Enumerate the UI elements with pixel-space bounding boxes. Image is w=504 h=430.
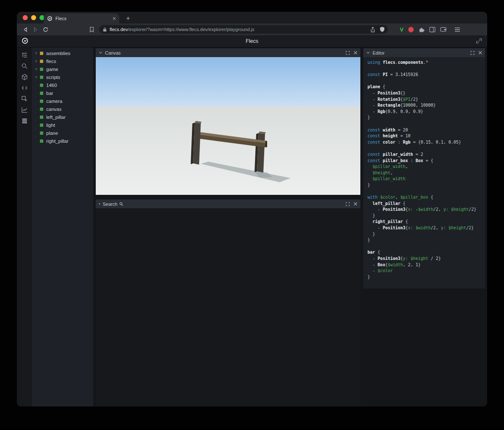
wallet-icon[interactable] — [440, 27, 446, 32]
entity-color-square — [40, 131, 43, 135]
entity-color-square — [40, 92, 43, 95]
entity-label: canvas — [46, 107, 61, 112]
bookmark-icon[interactable] — [87, 25, 97, 34]
close-icon[interactable] — [354, 202, 357, 206]
statistics-icon[interactable] — [19, 106, 29, 113]
tree-item-right_pillar[interactable]: right_pillar — [32, 137, 93, 145]
chevron-down-icon[interactable] — [366, 51, 370, 55]
browser-toolbar: flecs.dev/explorer/?wasm=https://www.fle… — [17, 24, 487, 36]
browser-tab-flecs[interactable]: Flecs — [44, 13, 119, 24]
code-line: left_pillar { — [368, 201, 485, 207]
tree-item-assemblies[interactable]: ›assemblies — [32, 49, 93, 57]
tree-item-camera[interactable]: camera — [32, 97, 93, 105]
expand-caret-icon[interactable]: › — [35, 59, 40, 63]
tree-item-1460[interactable]: 1460 — [32, 81, 93, 89]
browser-menu-icon[interactable] — [452, 25, 462, 34]
code-icon[interactable] — [19, 84, 29, 92]
share-link-icon[interactable] — [476, 38, 482, 44]
url-bar[interactable]: flecs.dev/explorer/?wasm=https://www.fle… — [99, 25, 388, 34]
entity-color-square — [40, 60, 43, 63]
brave-shield-icon[interactable] — [380, 26, 385, 32]
entity-label: plane — [46, 131, 58, 136]
close-icon[interactable] — [478, 51, 482, 55]
tree-item-plane[interactable]: plane — [32, 129, 93, 137]
entity-color-square — [40, 52, 43, 55]
code-line: const height = 10 — [368, 133, 485, 139]
maximize-icon[interactable] — [346, 51, 350, 55]
code-line: $pillar_width, — [368, 164, 485, 170]
code-line: } — [368, 237, 485, 244]
reload-button[interactable] — [40, 25, 50, 34]
code-line — [368, 244, 485, 250]
minimize-window-button[interactable] — [31, 15, 36, 20]
expand-caret-icon[interactable]: › — [35, 67, 40, 71]
tree-item-game[interactable]: ›game — [32, 65, 93, 73]
canvas-panel-header[interactable]: Canvas — [96, 48, 360, 57]
tree-item-left_pillar[interactable]: left_pillar — [32, 113, 93, 121]
code-line: const width = 20 — [368, 127, 485, 134]
canvas-3d-scene[interactable] — [96, 57, 360, 195]
code-line: const pillar_width = 2 — [368, 152, 485, 158]
page-title: Flecs — [17, 35, 487, 47]
expand-caret-icon[interactable]: › — [35, 75, 40, 79]
tree-item-light[interactable]: light — [32, 121, 93, 129]
search-panel-header[interactable]: • Search — [96, 199, 360, 208]
tab-close-icon[interactable] — [113, 17, 116, 20]
bullet-icon[interactable]: • — [99, 202, 100, 206]
inspect-icon[interactable] — [19, 95, 29, 102]
entity-tree-icon[interactable] — [19, 51, 29, 59]
close-window-button[interactable] — [23, 15, 28, 20]
code-line: - Rotation3{$PI/2} — [368, 97, 485, 103]
tree-item-canvas[interactable]: canvas — [32, 105, 93, 113]
maximize-icon[interactable] — [346, 202, 350, 206]
tree-item-scripts[interactable]: ›scripts — [32, 73, 93, 81]
vimium-extension-icon[interactable]: V — [400, 26, 404, 33]
entity-color-square — [40, 123, 43, 127]
maximize-icon[interactable] — [470, 51, 475, 55]
new-tab-button[interactable]: + — [123, 14, 133, 23]
entity-color-square — [40, 84, 43, 87]
queries-cube-icon[interactable] — [19, 73, 29, 81]
expand-caret-icon[interactable]: › — [35, 51, 40, 55]
page-header: Flecs — [17, 35, 487, 47]
url-actions — [370, 26, 385, 33]
code-editor[interactable]: using flecs.components.* const PI = 3.14… — [363, 57, 485, 288]
code-line: bar { — [368, 249, 485, 256]
tables-icon[interactable] — [19, 117, 29, 124]
entity-label: camera — [46, 99, 62, 104]
code-line: - $color — [368, 268, 485, 274]
code-line: - Rectangle{10000, 10000} — [368, 102, 485, 109]
code-line: const PI = 3.1415926 — [368, 72, 485, 78]
puzzle-extensions-icon[interactable] — [418, 26, 425, 33]
chevron-down-icon[interactable] — [99, 51, 102, 55]
entity-label: scripts — [46, 75, 60, 80]
close-icon[interactable] — [354, 51, 357, 55]
editor-panel-title: Editor — [373, 50, 385, 55]
entity-label: light — [46, 123, 55, 128]
sky — [96, 57, 360, 106]
lock-icon — [102, 27, 107, 32]
url-path: /explorer/?wasm=https://www.flecs.dev/ex… — [128, 27, 254, 32]
magnifier-icon — [119, 202, 123, 206]
code-line — [368, 121, 485, 127]
entity-label: flecs — [46, 59, 56, 64]
editor-panel: Editor using flecs.components.* const PI… — [363, 48, 485, 288]
code-line: - Position3{y: $height / 2} — [368, 256, 485, 262]
code-line: - Position3{x: -$width/2, y: $height/2} — [368, 207, 485, 213]
tree-item-flecs[interactable]: ›flecs — [32, 57, 93, 65]
entity-label: assemblies — [46, 51, 71, 56]
red-extension-icon[interactable] — [408, 27, 414, 32]
code-line: using flecs.components.* — [368, 60, 485, 66]
search-icon[interactable] — [19, 62, 29, 70]
tree-item-bar[interactable]: bar — [32, 89, 93, 97]
share-icon[interactable] — [370, 26, 375, 33]
code-line: - Position3{} — [368, 90, 485, 97]
entity-label: game — [46, 67, 58, 72]
url-text: flecs.dev/explorer/?wasm=https://www.fle… — [110, 27, 368, 32]
editor-panel-header[interactable]: Editor — [363, 48, 485, 57]
entity-color-square — [40, 139, 43, 143]
back-button[interactable] — [20, 25, 30, 34]
sidebar-toggle-icon[interactable] — [429, 27, 436, 32]
search-results-area[interactable] — [96, 208, 360, 406]
forward-button[interactable] — [30, 25, 40, 34]
